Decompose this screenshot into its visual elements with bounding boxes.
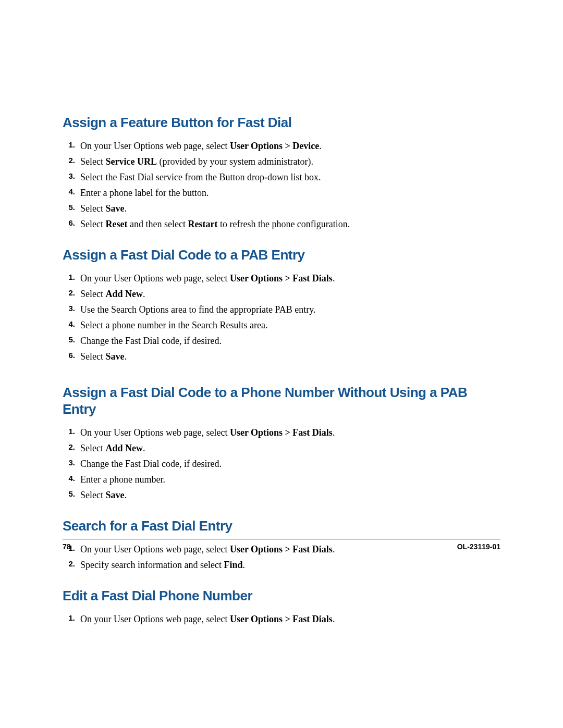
step-text: . (242, 560, 245, 570)
step-text: Select (80, 443, 105, 453)
step-item: 1.On your User Options web page, select … (63, 612, 500, 626)
step-number: 6. (66, 350, 75, 362)
step-item: 5.Select Save. (63, 202, 500, 216)
step-item: 4.Select a phone number in the Search Re… (63, 318, 500, 332)
step-text: Change the Fast Dial code, if desired. (80, 336, 222, 346)
step-item: 1.On your User Options web page, select … (63, 272, 500, 286)
step-text: Use the Search Options area to find the … (80, 304, 316, 315)
step-item: 2.Select Add New. (63, 441, 500, 455)
bold-text: User Options > Device (230, 141, 319, 151)
step-number: 5. (66, 488, 75, 500)
step-number: 1. (66, 612, 75, 624)
step-text: . (333, 614, 335, 624)
step-text: On your User Options web page, select (80, 427, 230, 438)
step-text: Enter a phone number. (80, 474, 165, 485)
step-text: Change the Fast Dial code, if desired. (80, 459, 222, 469)
step-number: 3. (66, 303, 75, 315)
step-item: 2.Select Add New. (63, 287, 500, 301)
step-number: 3. (66, 170, 75, 182)
document-id: OL-23119-01 (457, 542, 500, 551)
bold-text: Add New (105, 443, 143, 453)
step-number: 2. (66, 558, 75, 570)
step-item: 3.Change the Fast Dial code, if desired. (63, 457, 500, 471)
bold-text: Save (105, 351, 124, 362)
step-text: On your User Options web page, select (80, 614, 230, 624)
step-item: 4.Enter a phone number. (63, 473, 500, 487)
step-number: 1. (66, 272, 75, 283)
step-number: 4. (66, 318, 75, 330)
step-number: 3. (66, 457, 75, 469)
step-text: Select a phone number in the Search Resu… (80, 320, 267, 330)
step-number: 2. (66, 287, 75, 299)
step-text: . (333, 427, 335, 438)
step-number: 1. (66, 139, 75, 151)
section-heading: Assign a Fast Dial Code to a PAB Entry (63, 247, 500, 263)
step-text: On your User Options web page, select (80, 273, 230, 283)
step-text: Select (80, 490, 105, 500)
step-text: and then select (127, 219, 188, 229)
step-list: 1.On your User Options web page, select … (63, 139, 500, 231)
bold-text: Service URL (105, 156, 156, 167)
step-text: . (143, 443, 145, 453)
document-page: Assign a Feature Button for Fast Dial1.O… (0, 0, 563, 728)
step-text: Select the Fast Dial service from the Bu… (80, 172, 321, 182)
step-text: Specify search information and select (80, 560, 224, 570)
step-list: 1.On your User Options web page, select … (63, 612, 500, 626)
section-heading: Assign a Feature Button for Fast Dial (63, 115, 500, 131)
step-list: 1.On your User Options web page, select … (63, 272, 500, 364)
step-number: 5. (66, 334, 75, 346)
bold-text: Reset (105, 219, 127, 229)
step-list: 1.On your User Options web page, select … (63, 426, 500, 502)
step-text: Select (80, 351, 105, 362)
step-item: 2.Select Service URL (provided by your s… (63, 155, 500, 169)
step-text: . (124, 351, 127, 362)
step-item: 1.On your User Options web page, select … (63, 426, 500, 440)
step-item: 5.Change the Fast Dial code, if desired. (63, 334, 500, 348)
step-item: 3.Select the Fast Dial service from the … (63, 170, 500, 184)
bold-text: Restart (188, 219, 217, 229)
page-number: 78 (63, 542, 71, 551)
step-number: 2. (66, 155, 75, 167)
step-number: 5. (66, 202, 75, 214)
bold-text: User Options > Fast Dials (230, 273, 333, 283)
step-number: 6. (66, 217, 75, 229)
section-heading: Search for a Fast Dial Entry (63, 518, 500, 534)
step-item: 1.On your User Options web page, select … (63, 139, 500, 153)
section-heading: Edit a Fast Dial Phone Number (63, 588, 500, 604)
step-text: Select (80, 156, 105, 167)
bold-text: User Options > Fast Dials (230, 614, 333, 624)
step-item: 5.Select Save. (63, 488, 500, 502)
step-text: . (319, 141, 322, 151)
step-number: 2. (66, 441, 75, 453)
bold-text: User Options > Fast Dials (230, 427, 333, 438)
step-item: 6.Select Reset and then select Restart t… (63, 217, 500, 231)
step-text: Select (80, 203, 105, 214)
step-text: . (124, 490, 127, 500)
step-text: (provided by your system administrator). (157, 156, 313, 167)
step-item: 6.Select Save. (63, 350, 500, 364)
bold-text: Save (105, 490, 124, 500)
step-number: 4. (66, 473, 75, 485)
step-text: Enter a phone label for the button. (80, 188, 209, 198)
step-text: . (143, 289, 145, 299)
step-text: . (333, 273, 335, 283)
step-item: 2.Specify search information and select … (63, 558, 500, 572)
bold-text: Add New (105, 289, 143, 299)
step-item: 4.Enter a phone label for the button. (63, 186, 500, 200)
page-footer: 78 OL-23119-01 (63, 539, 500, 551)
step-text: Select (80, 219, 105, 229)
step-text: Select (80, 289, 105, 299)
step-text: . (124, 203, 127, 214)
step-text: to refresh the phone configuration. (217, 219, 350, 229)
step-item: 3.Use the Search Options area to find th… (63, 303, 500, 317)
bold-text: Find (224, 560, 242, 570)
step-number: 1. (66, 426, 75, 438)
bold-text: Save (105, 203, 124, 214)
step-text: On your User Options web page, select (80, 141, 230, 151)
section-heading: Assign a Fast Dial Code to a Phone Numbe… (63, 385, 500, 417)
step-number: 4. (66, 186, 75, 198)
